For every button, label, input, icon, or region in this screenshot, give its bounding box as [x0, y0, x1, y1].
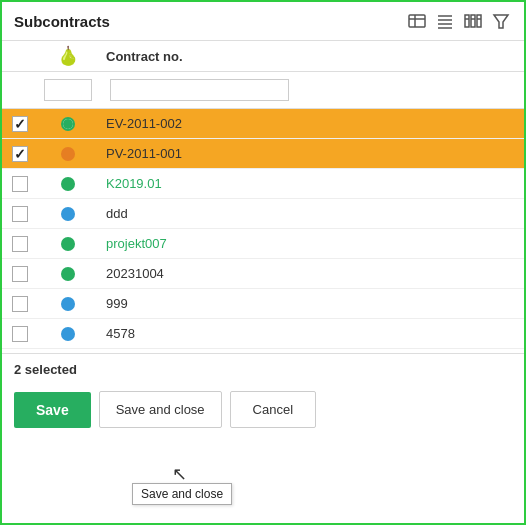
tooltip-box: Save and close [132, 483, 232, 505]
table-row: ✓ EV-2011-002 [2, 109, 524, 139]
cursor-icon: ↖ [172, 463, 187, 485]
row-8-checkbox[interactable] [12, 326, 28, 342]
row-1-dot-col [38, 113, 98, 135]
status-dot [61, 237, 75, 251]
table-row: ddd [2, 199, 524, 229]
tooltip-container: ↖ Save and close [132, 463, 232, 505]
filter-icon-input[interactable] [44, 79, 92, 101]
filter-check-col [2, 86, 38, 94]
table-row: ✓ PV-2011-001 [2, 139, 524, 169]
header-icon-col: 🍐 [38, 41, 98, 71]
status-dot [61, 207, 75, 221]
table-row: K2019.01 [2, 169, 524, 199]
svg-rect-0 [409, 15, 425, 27]
dialog-header: Subcontracts [2, 2, 524, 41]
status-dot [61, 177, 75, 191]
filter-contract-input[interactable] [110, 79, 289, 101]
row-3-checkbox[interactable] [12, 176, 28, 192]
row-8-check-col[interactable] [2, 322, 38, 346]
status-dot [61, 297, 75, 311]
footer-buttons: Save Save and close Cancel [2, 385, 524, 436]
row-3-check-col[interactable] [2, 172, 38, 196]
row-8-contract: 4578 [98, 322, 524, 345]
svg-marker-13 [494, 15, 508, 28]
row-5-dot-col [38, 233, 98, 255]
table-header: 🍐 Contract no. [2, 41, 524, 72]
subcontracts-table: 🍐 Contract no. ✓ EV-2011-002 [2, 41, 524, 349]
row-1-check-col[interactable]: ✓ [2, 112, 38, 136]
row-2-check-col[interactable]: ✓ [2, 142, 38, 166]
row-6-checkbox[interactable] [12, 266, 28, 282]
status-dot [61, 147, 75, 161]
row-5-contract: projekt007 [98, 232, 524, 255]
checkmark-icon: ✓ [14, 147, 26, 161]
settings-icon[interactable] [462, 10, 484, 32]
pear-icon: 🍐 [57, 45, 79, 67]
toolbar-icons [406, 10, 512, 32]
filter-contract-col [98, 75, 524, 105]
row-7-contract: 999 [98, 292, 524, 315]
status-dot [61, 267, 75, 281]
save-button[interactable]: Save [14, 392, 91, 428]
row-2-dot-col [38, 143, 98, 165]
table-row: 4578 [2, 319, 524, 349]
table-view-icon[interactable] [406, 10, 428, 32]
row-4-contract: ddd [98, 202, 524, 225]
header-check-col [2, 52, 38, 60]
filter-icon-col [38, 75, 98, 105]
checkmark-icon: ✓ [14, 117, 26, 131]
status-dot [61, 117, 75, 131]
row-1-contract: EV-2011-002 [98, 112, 524, 135]
row-5-checkbox[interactable] [12, 236, 28, 252]
contract-no-header: Contract no. [98, 45, 524, 68]
save-and-close-button[interactable]: Save and close [99, 391, 222, 428]
list-view-icon[interactable] [434, 10, 456, 32]
row-3-contract: K2019.01 [98, 172, 524, 195]
row-1-checkbox[interactable]: ✓ [12, 116, 28, 132]
svg-rect-8 [471, 15, 475, 27]
cancel-button[interactable]: Cancel [230, 391, 316, 428]
row-6-check-col[interactable] [2, 262, 38, 286]
filter-row [2, 72, 524, 109]
row-6-dot-col [38, 263, 98, 285]
status-dot [61, 327, 75, 341]
selected-count: 2 selected [2, 354, 524, 385]
row-7-dot-col [38, 293, 98, 315]
svg-rect-9 [477, 15, 481, 27]
row-3-dot-col [38, 173, 98, 195]
dialog-title: Subcontracts [14, 13, 110, 30]
row-4-checkbox[interactable] [12, 206, 28, 222]
filter-icon[interactable] [490, 10, 512, 32]
svg-rect-7 [465, 15, 469, 27]
row-2-contract: PV-2011-001 [98, 142, 524, 165]
row-7-checkbox[interactable] [12, 296, 28, 312]
row-8-dot-col [38, 323, 98, 345]
table-row: projekt007 [2, 229, 524, 259]
row-4-dot-col [38, 203, 98, 225]
table-row: 20231004 [2, 259, 524, 289]
row-5-check-col[interactable] [2, 232, 38, 256]
row-2-checkbox[interactable]: ✓ [12, 146, 28, 162]
row-7-check-col[interactable] [2, 292, 38, 316]
row-6-contract: 20231004 [98, 262, 524, 285]
row-4-check-col[interactable] [2, 202, 38, 226]
table-row: 999 [2, 289, 524, 319]
